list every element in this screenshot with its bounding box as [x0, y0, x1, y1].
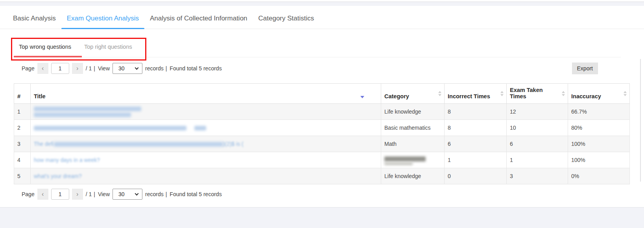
- row-number-cell: 3: [14, 136, 31, 152]
- subtab-bar: Top wrong questionsTop right questions: [19, 44, 132, 50]
- redacted-question-title[interactable]: [54, 142, 223, 147]
- tab-basic-analysis[interactable]: Basic Analysis: [13, 15, 61, 29]
- page-label: Page: [22, 191, 35, 197]
- column-label: #: [17, 93, 20, 99]
- subtab-bar-divider: [15, 57, 621, 57]
- column-label: Incorrect Times: [448, 93, 490, 99]
- exam-taken-times-cell: 6: [507, 136, 568, 152]
- questions-table: #TitleCategoryIncorrect TimesExam Taken …: [14, 83, 630, 184]
- column-label: Inaccuracy: [571, 93, 601, 99]
- filter-icon[interactable]: [360, 96, 364, 98]
- tab-category-statistics[interactable]: Category Statistics: [253, 15, 320, 29]
- redacted-question-title[interactable]: [34, 126, 186, 131]
- table-header-row: #TitleCategoryIncorrect TimesExam Taken …: [14, 84, 630, 104]
- inaccuracy-cell: 0%: [568, 168, 630, 184]
- title-cell: what's your dream?: [31, 168, 381, 184]
- records-label: records: [145, 191, 164, 197]
- incorrect-times-cell: 6: [445, 136, 507, 152]
- page-number-input[interactable]: [51, 189, 69, 200]
- column-header-title: Title: [31, 84, 381, 104]
- tab-analysis-of-collected-information[interactable]: Analysis of Collected Information: [144, 15, 253, 29]
- category-cell: Life knowledge: [381, 168, 445, 184]
- found-records-label: Found total 5 records: [170, 65, 221, 72]
- question-title-link[interactable]: how many days in a week?: [34, 157, 100, 163]
- page-size-select[interactable]: 30: [113, 189, 142, 200]
- top-header-edge: [0, 0, 644, 2]
- category-cell: Life knowledge: [381, 104, 445, 120]
- content-panel: Basic AnalysisExam Question AnalysisAnal…: [0, 6, 644, 208]
- inaccuracy-cell: 66.7%: [568, 104, 630, 120]
- category-cell: [381, 152, 445, 168]
- column-header-incorrect-times[interactable]: Incorrect Times: [445, 84, 507, 104]
- sort-icon[interactable]: [562, 91, 565, 96]
- category-cell: Math: [381, 136, 445, 152]
- title-cell: The defi)(2)$ is (: [31, 136, 381, 152]
- incorrect-times-cell: 1: [445, 152, 507, 168]
- table-row: 3The defi)(2)$ is (Math66100%: [14, 136, 630, 152]
- exam-taken-times-cell: 3: [507, 168, 568, 184]
- redacted-question-title[interactable]: [194, 126, 206, 131]
- column-label: Category: [384, 93, 409, 99]
- tab-exam-question-analysis[interactable]: Exam Question Analysis: [61, 15, 144, 29]
- page-size-select-wrap: 30: [113, 63, 142, 74]
- question-title-link[interactable]: )(2)$ is (: [223, 141, 244, 147]
- view-label: View: [98, 191, 110, 197]
- inaccuracy-cell: 100%: [568, 136, 630, 152]
- incorrect-times-cell: 0: [445, 168, 507, 184]
- divider-pipe: |: [166, 191, 167, 197]
- next-page-button[interactable]: ›: [72, 63, 83, 74]
- page-label: Page: [22, 65, 35, 72]
- title-cell: [31, 120, 381, 136]
- inaccuracy-cell: 100%: [568, 152, 630, 168]
- table-row: 2Basic mathematics81080%: [14, 120, 630, 136]
- page-total-label: / 1: [86, 191, 92, 197]
- column-header-inaccuracy[interactable]: Inaccuracy: [568, 84, 630, 104]
- export-button[interactable]: Export: [572, 63, 598, 74]
- exam-taken-times-cell: 1: [507, 152, 568, 168]
- records-label: records: [145, 65, 164, 72]
- column-label: Title: [34, 93, 46, 99]
- exam-taken-times-cell: 12: [507, 104, 568, 120]
- table-body: 1Life knowledge81266.7%2Basic mathematic…: [14, 104, 630, 184]
- question-title-link[interactable]: what's your dream?: [34, 173, 82, 179]
- row-number-cell: 1: [14, 104, 31, 120]
- table-row: 4how many days in a week?11100%: [14, 152, 630, 168]
- spacer: [186, 129, 194, 130]
- redacted-category: [384, 162, 413, 165]
- prev-page-button[interactable]: ‹: [37, 189, 48, 200]
- prev-page-button[interactable]: ‹: [37, 63, 48, 74]
- sort-icon[interactable]: [438, 91, 441, 96]
- page-size-select[interactable]: 30: [113, 63, 142, 74]
- column-header-exam-taken-times[interactable]: Exam Taken Times: [507, 84, 568, 104]
- column-header-: #: [14, 84, 31, 104]
- page-total-label: / 1: [86, 65, 92, 72]
- row-number-cell: 2: [14, 120, 31, 136]
- redacted-question-title[interactable]: [34, 107, 141, 111]
- subtab-top-right-questions[interactable]: Top right questions: [84, 44, 132, 50]
- divider-pipe: |: [166, 65, 167, 72]
- row-number-cell: 5: [14, 168, 31, 184]
- row-number-cell: 4: [14, 152, 31, 168]
- redacted-category: [384, 156, 426, 162]
- column-label: Exam Taken Times: [510, 87, 543, 99]
- pagination-top: Page ‹ › / 1 | View 30 records | Found t…: [19, 63, 644, 74]
- next-page-button[interactable]: ›: [72, 189, 83, 200]
- table-row: 1Life knowledge81266.7%: [14, 104, 630, 120]
- exam-taken-times-cell: 10: [507, 120, 568, 136]
- inaccuracy-cell: 80%: [568, 120, 630, 136]
- active-subtab-underline: [14, 56, 82, 57]
- main-tab-bar: Basic AnalysisExam Question AnalysisAnal…: [0, 6, 644, 29]
- view-label: View: [98, 65, 110, 72]
- sort-icon[interactable]: [624, 91, 627, 96]
- subtab-top-wrong-questions[interactable]: Top wrong questions: [19, 44, 71, 50]
- column-header-category[interactable]: Category: [381, 84, 445, 104]
- page-number-input[interactable]: [51, 63, 69, 74]
- redacted-question-title[interactable]: [34, 112, 131, 117]
- title-cell: [31, 104, 381, 120]
- question-title-link[interactable]: The defi: [34, 141, 54, 147]
- sort-icon[interactable]: [500, 91, 504, 96]
- found-records-label: Found total 5 records: [170, 191, 221, 197]
- category-cell: Basic mathematics: [381, 120, 445, 136]
- page-size-select-wrap: 30: [113, 189, 142, 200]
- scrollbar-track[interactable]: [640, 59, 641, 182]
